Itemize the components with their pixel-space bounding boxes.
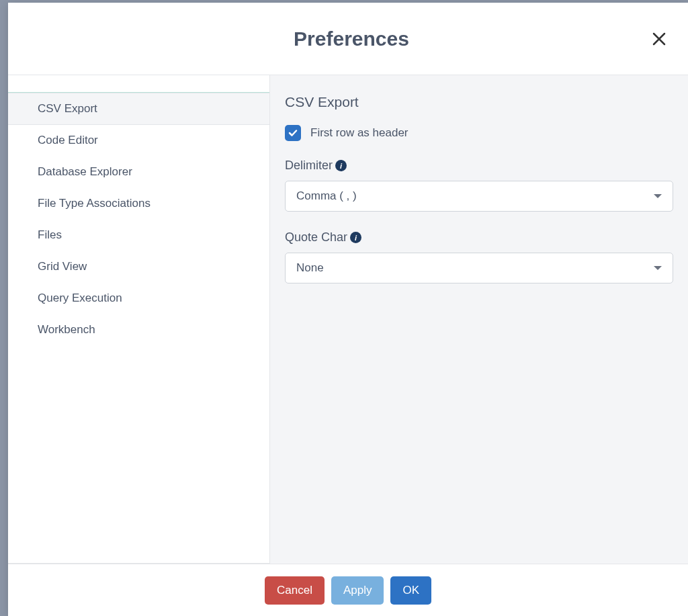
apply-button[interactable]: Apply	[331, 576, 384, 605]
modal-footer: Cancel Apply OK	[8, 564, 688, 616]
sidebar-item-file-type-associations[interactable]: File Type Associations	[8, 188, 269, 220]
sidebar: CSV Export Code Editor Database Explorer…	[8, 75, 270, 564]
chevron-down-icon	[654, 194, 662, 198]
sidebar-top-spacer	[8, 75, 269, 93]
modal-title: Preferences	[294, 28, 409, 50]
close-button[interactable]	[649, 29, 669, 49]
sidebar-item-workbench[interactable]: Workbench	[8, 314, 269, 346]
modal-header: Preferences	[8, 3, 688, 75]
delimiter-info-icon[interactable]: i	[335, 160, 347, 171]
sidebar-item-label: CSV Export	[38, 102, 97, 115]
first-row-header-checkbox[interactable]	[285, 125, 301, 141]
quote-char-value: None	[296, 261, 324, 275]
delimiter-label: Delimiter i	[285, 159, 673, 173]
preferences-modal: Preferences CSV Export Code Editor Datab…	[8, 3, 688, 616]
close-icon	[651, 31, 667, 47]
sidebar-item-label: Workbench	[38, 323, 95, 336]
sidebar-item-label: Grid View	[38, 260, 87, 273]
sidebar-item-query-execution[interactable]: Query Execution	[8, 283, 269, 314]
check-icon	[288, 128, 298, 138]
sidebar-item-files[interactable]: Files	[8, 220, 269, 251]
content-title: CSV Export	[285, 94, 673, 110]
content-panel: CSV Export First row as header Delimiter…	[270, 75, 688, 564]
sidebar-item-csv-export[interactable]: CSV Export	[8, 93, 269, 125]
delimiter-value: Comma ( , )	[296, 189, 357, 203]
modal-body: CSV Export Code Editor Database Explorer…	[8, 75, 688, 564]
delimiter-label-text: Delimiter	[285, 159, 333, 173]
cancel-button[interactable]: Cancel	[265, 576, 325, 605]
sidebar-item-label: Database Explorer	[38, 165, 132, 178]
ok-button[interactable]: OK	[390, 576, 431, 605]
sidebar-item-label: Query Execution	[38, 292, 122, 304]
quote-char-label-text: Quote Char	[285, 230, 347, 245]
sidebar-item-label: File Type Associations	[38, 197, 150, 210]
first-row-header-row: First row as header	[285, 125, 673, 141]
sidebar-item-label: Code Editor	[38, 134, 98, 146]
chevron-down-icon	[654, 266, 662, 270]
first-row-header-label: First row as header	[310, 126, 408, 140]
sidebar-item-label: Files	[38, 228, 62, 241]
quote-char-select[interactable]: None	[285, 253, 673, 283]
sidebar-item-grid-view[interactable]: Grid View	[8, 251, 269, 283]
delimiter-select[interactable]: Comma ( , )	[285, 181, 673, 212]
quote-char-info-icon[interactable]: i	[350, 232, 361, 243]
sidebar-item-database-explorer[interactable]: Database Explorer	[8, 157, 269, 188]
quote-char-label: Quote Char i	[285, 230, 673, 245]
sidebar-item-code-editor[interactable]: Code Editor	[8, 125, 269, 157]
